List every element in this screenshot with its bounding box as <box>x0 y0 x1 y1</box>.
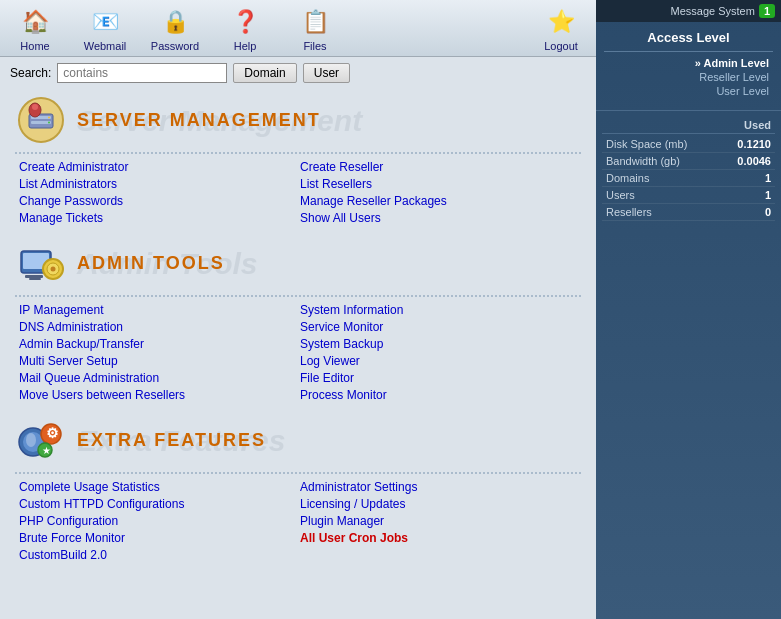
administrator-settings-link[interactable]: Administrator Settings <box>300 480 581 494</box>
password-icon: 🔒 <box>157 4 193 40</box>
extra-features-left-links: Complete Usage Statistics Custom HTTPD C… <box>19 480 300 562</box>
nav-files[interactable]: 📋 Files <box>290 4 340 52</box>
files-icon: 📋 <box>297 4 333 40</box>
list-administrators-link[interactable]: List Administrators <box>19 177 300 191</box>
system-information-link[interactable]: System Information <box>300 303 581 317</box>
logout-icon: ⭐ <box>543 4 579 40</box>
svg-point-4 <box>48 117 50 119</box>
all-user-cron-jobs-link[interactable]: All User Cron Jobs <box>300 531 581 545</box>
nav-logout-label: Logout <box>544 40 578 52</box>
create-administrator-link[interactable]: Create Administrator <box>19 160 300 174</box>
extra-features-title: Extra Features <box>77 430 266 450</box>
stat-domains-value: 1 <box>765 172 771 184</box>
ip-management-link[interactable]: IP Management <box>19 303 300 317</box>
svg-point-18 <box>26 433 36 447</box>
stat-resellers: Resellers 0 <box>602 204 775 221</box>
admin-tools-title-wrap: Admin Tools Admin Tools <box>77 253 225 274</box>
nav-password[interactable]: 🔒 Password <box>150 4 200 52</box>
stat-disk-space: Disk Space (mb) 0.1210 <box>602 136 775 153</box>
manage-tickets-link[interactable]: Manage Tickets <box>19 211 300 225</box>
service-monitor-link[interactable]: Service Monitor <box>300 320 581 334</box>
stat-bandwidth-value: 0.0046 <box>737 155 771 167</box>
admin-tools-header: Admin Tools Admin Tools <box>15 237 581 289</box>
search-label: Search: <box>10 66 51 80</box>
brute-force-monitor-link[interactable]: Brute Force Monitor <box>19 531 300 545</box>
webmail-icon: 📧 <box>87 4 123 40</box>
complete-usage-statistics-link[interactable]: Complete Usage Statistics <box>19 480 300 494</box>
dns-administration-link[interactable]: DNS Administration <box>19 320 300 334</box>
move-users-between-resellers-link[interactable]: Move Users between Resellers <box>19 388 300 402</box>
nav-help[interactable]: ❓ Help <box>220 4 270 52</box>
help-icon: ❓ <box>227 4 263 40</box>
create-reseller-link[interactable]: Create Reseller <box>300 160 581 174</box>
search-bar: Search: Domain User <box>0 57 596 89</box>
stat-bandwidth: Bandwidth (gb) 0.0046 <box>602 153 775 170</box>
server-management-header: Server Management Server Management <box>15 94 581 146</box>
process-monitor-link[interactable]: Process Monitor <box>300 388 581 402</box>
licensing-updates-link[interactable]: Licensing / Updates <box>300 497 581 511</box>
search-input[interactable] <box>57 63 227 83</box>
custombuild-link[interactable]: CustomBuild 2.0 <box>19 548 300 562</box>
svg-point-5 <box>48 122 50 124</box>
domain-search-button[interactable]: Domain <box>233 63 296 83</box>
access-reseller-level[interactable]: Reseller Level <box>604 70 773 84</box>
show-all-users-link[interactable]: Show All Users <box>300 211 581 225</box>
extra-features-title-wrap: Extra Features Extra Features <box>77 430 266 451</box>
stat-disk-space-value: 0.1210 <box>737 138 771 150</box>
stat-users-label: Users <box>606 189 635 201</box>
manage-reseller-packages-link[interactable]: Manage Reseller Packages <box>300 194 581 208</box>
home-icon: 🏠 <box>17 4 53 40</box>
extra-features-links: Complete Usage Statistics Custom HTTPD C… <box>19 480 581 562</box>
server-management-title-wrap: Server Management Server Management <box>77 110 321 131</box>
custom-httpd-configurations-link[interactable]: Custom HTTPD Configurations <box>19 497 300 511</box>
log-viewer-link[interactable]: Log Viewer <box>300 354 581 368</box>
main-area: 🏠 Home 📧 Webmail 🔒 Password ❓ Help 📋 Fil… <box>0 0 596 619</box>
nav-home[interactable]: 🏠 Home <box>10 4 60 52</box>
extra-features-right-links: Administrator Settings Licensing / Updat… <box>300 480 581 562</box>
extra-features-header: ⚙ ★ Extra Features Extra Features <box>15 414 581 466</box>
nav-webmail-label: Webmail <box>84 40 127 52</box>
message-system-bar: Message System 1 <box>596 0 781 22</box>
svg-point-7 <box>32 104 38 110</box>
stat-users: Users 1 <box>602 187 775 204</box>
stats-header-label: Used <box>744 119 771 131</box>
user-search-button[interactable]: User <box>303 63 350 83</box>
nav-logout[interactable]: ⭐ Logout <box>536 4 586 52</box>
access-user-level[interactable]: User Level <box>604 84 773 98</box>
php-configuration-link[interactable]: PHP Configuration <box>19 514 300 528</box>
plugin-manager-link[interactable]: Plugin Manager <box>300 514 581 528</box>
change-passwords-link[interactable]: Change Passwords <box>19 194 300 208</box>
svg-point-15 <box>51 267 56 272</box>
admin-tools-right-links: System Information Service Monitor Syste… <box>300 303 581 402</box>
stat-disk-space-label: Disk Space (mb) <box>606 138 687 150</box>
admin-tools-icon <box>15 237 67 289</box>
server-management-left-links: Create Administrator List Administrators… <box>19 160 300 225</box>
server-management-right-links: Create Reseller List Resellers Manage Re… <box>300 160 581 225</box>
stat-resellers-value: 0 <box>765 206 771 218</box>
svg-text:★: ★ <box>42 445 51 456</box>
top-navigation: 🏠 Home 📧 Webmail 🔒 Password ❓ Help 📋 Fil… <box>0 0 596 57</box>
access-admin-level[interactable]: Admin Level <box>604 56 773 70</box>
stat-domains-label: Domains <box>606 172 649 184</box>
server-management-section: Server Management Server Management Crea… <box>15 94 581 225</box>
stat-domains: Domains 1 <box>602 170 775 187</box>
mail-queue-administration-link[interactable]: Mail Queue Administration <box>19 371 300 385</box>
admin-backup-transfer-link[interactable]: Admin Backup/Transfer <box>19 337 300 351</box>
main-content: Server Management Server Management Crea… <box>0 89 596 619</box>
nav-files-label: Files <box>303 40 326 52</box>
file-editor-link[interactable]: File Editor <box>300 371 581 385</box>
svg-rect-11 <box>25 275 43 278</box>
nav-webmail[interactable]: 📧 Webmail <box>80 4 130 52</box>
list-resellers-link[interactable]: List Resellers <box>300 177 581 191</box>
server-management-title: Server Management <box>77 110 321 130</box>
right-sidebar: Message System 1 Access Level Admin Leve… <box>596 0 781 619</box>
server-management-icon <box>15 94 67 146</box>
message-system-badge[interactable]: 1 <box>759 4 775 18</box>
admin-tools-links: IP Management DNS Administration Admin B… <box>19 303 581 402</box>
multi-server-setup-link[interactable]: Multi Server Setup <box>19 354 300 368</box>
admin-tools-title: Admin Tools <box>77 253 225 273</box>
nav-help-label: Help <box>234 40 257 52</box>
system-backup-link[interactable]: System Backup <box>300 337 581 351</box>
access-level-title: Access Level <box>604 30 773 45</box>
server-management-links: Create Administrator List Administrators… <box>19 160 581 225</box>
